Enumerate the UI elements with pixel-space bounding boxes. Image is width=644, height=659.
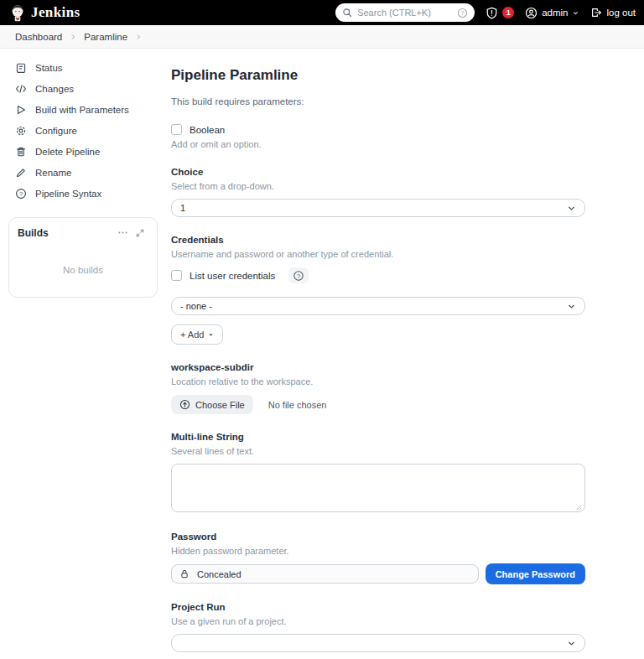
sidebar-item-rename[interactable]: Rename [7, 163, 159, 183]
choose-file-label: Choose File [195, 400, 245, 410]
user-name: admin [542, 8, 568, 18]
top-bar-right: ? 1 admin [335, 3, 636, 22]
main-content: Pipeline Paramline This build requires p… [159, 57, 585, 659]
chevron-down-icon [572, 9, 579, 17]
file-upload-row: Choose File No file chosen [171, 395, 585, 414]
multiline-textarea[interactable] [171, 464, 585, 512]
user-menu[interactable]: admin [525, 7, 579, 19]
sidebar-item-label: Delete Pipeline [35, 147, 100, 157]
param-boolean: Boolean Add or omit an option. [171, 124, 585, 149]
sidebar: Status Changes Build with Parameters [7, 57, 159, 659]
svg-text:?: ? [461, 9, 465, 15]
credentials-label: Credentials [171, 235, 585, 245]
credentials-select[interactable]: - none - [171, 297, 585, 315]
workspace-subdir-description: Location relative to the workspace. [171, 376, 585, 387]
pencil-icon [15, 167, 27, 179]
search-box: ? [335, 3, 475, 22]
add-credentials-button[interactable]: + Add [171, 324, 223, 345]
svg-text:?: ? [297, 272, 300, 279]
param-password: Password Hidden password parameter. Conc… [171, 532, 585, 584]
password-concealed-field[interactable]: Concealed [171, 564, 479, 584]
trash-icon [15, 146, 27, 158]
svg-text:?: ? [19, 190, 23, 198]
breadcrumb-item-paramline[interactable]: Paramline [84, 32, 127, 42]
project-run-description: Use a given run of a project. [171, 616, 585, 626]
param-workspace-subdir: workspace-subdir Location relative to th… [171, 362, 585, 414]
builds-options-icon[interactable] [114, 226, 132, 240]
param-choice: Choice Select from a drop-down. 1 [171, 167, 585, 217]
password-concealed-value: Concealed [197, 569, 242, 579]
choice-label: Choice [171, 167, 585, 177]
list-user-credentials-checkbox[interactable] [171, 270, 182, 281]
credentials-description: Username and password or another type of… [171, 249, 585, 259]
builds-empty-text: No builds [18, 265, 148, 275]
builds-expand-icon[interactable] [132, 226, 148, 240]
boolean-checkbox[interactable] [171, 124, 182, 135]
sidebar-item-configure[interactable]: Configure [7, 121, 159, 141]
add-credentials-label: + Add [180, 330, 204, 340]
question-circle-icon: ? [15, 188, 27, 200]
sidebar-item-label: Pipeline Syntax [35, 189, 101, 199]
boolean-checkbox-row[interactable]: Boolean [171, 124, 585, 135]
sidebar-item-delete-pipeline[interactable]: Delete Pipeline [7, 142, 159, 162]
logout-icon [590, 7, 602, 18]
lock-icon [179, 568, 190, 579]
choose-file-button[interactable]: Choose File [171, 395, 253, 414]
search-icon [342, 8, 352, 18]
param-project-run: Project Run Use a given run of a project… [171, 602, 585, 652]
breadcrumb-item-dashboard[interactable]: Dashboard [15, 32, 62, 42]
search-input[interactable] [357, 8, 452, 18]
play-icon [15, 104, 27, 116]
sidebar-item-build-with-parameters[interactable]: Build with Parameters [7, 100, 159, 120]
sidebar-item-label: Changes [35, 84, 74, 94]
chevron-down-icon [567, 302, 576, 311]
list-user-credentials-row[interactable]: List user credentials ? [171, 267, 585, 283]
parameters-intro-text: This build requires parameters: [171, 96, 585, 106]
security-shield-icon [486, 7, 498, 19]
sidebar-item-label: Status [35, 63, 63, 73]
change-password-button[interactable]: Change Password [486, 563, 585, 584]
workspace-subdir-label: workspace-subdir [171, 362, 585, 372]
page-layout: Status Changes Build with Parameters [0, 49, 644, 659]
upload-icon [179, 399, 190, 410]
project-run-select[interactable] [171, 634, 585, 652]
sidebar-item-status[interactable]: Status [7, 58, 159, 78]
password-description: Hidden password parameter. [171, 546, 585, 556]
list-user-credentials-label: List user credentials [190, 271, 275, 281]
gear-icon [15, 125, 27, 137]
breadcrumb: Dashboard Paramline [0, 25, 644, 49]
resize-handle-icon[interactable] [575, 504, 582, 511]
clipboard-icon [15, 62, 27, 74]
boolean-description: Add or omit an option. [171, 139, 585, 149]
sidebar-item-label: Rename [35, 168, 71, 178]
builds-panel: Builds No builds [8, 217, 158, 298]
breadcrumb-chevron-icon [70, 34, 76, 40]
password-label: Password [171, 532, 585, 542]
code-icon [15, 83, 27, 95]
sidebar-item-pipeline-syntax[interactable]: ? Pipeline Syntax [7, 184, 159, 204]
sidebar-item-label: Configure [35, 126, 77, 136]
chevron-down-icon [567, 639, 576, 648]
project-run-label: Project Run [171, 602, 585, 612]
jenkins-butler-logo-icon [10, 4, 25, 22]
sidebar-item-changes[interactable]: Changes [7, 79, 159, 99]
multiline-label: Multi-line String [171, 432, 585, 442]
choice-select[interactable]: 1 [171, 199, 585, 217]
credentials-help-icon[interactable]: ? [288, 267, 309, 283]
brand-title: Jenkins [31, 4, 80, 21]
param-multiline-string: Multi-line String Several lines of text. [171, 432, 585, 514]
param-credentials: Credentials Username and password or ano… [171, 235, 585, 345]
breadcrumb-chevron-icon [135, 34, 142, 40]
boolean-label: Boolean [190, 125, 225, 135]
sidebar-item-label: Build with Parameters [35, 105, 129, 115]
no-file-chosen-text: No file chosen [268, 400, 327, 410]
credentials-selected-value: - none - [180, 301, 212, 311]
chevron-down-icon [567, 204, 576, 213]
security-alerts-button[interactable]: 1 [486, 7, 514, 19]
search-help-icon[interactable]: ? [457, 8, 468, 18]
jenkins-home-link[interactable]: Jenkins [10, 4, 80, 22]
multiline-description: Several lines of text. [171, 446, 585, 456]
logout-button[interactable]: log out [590, 7, 636, 18]
builds-panel-title: Builds [18, 227, 114, 239]
alert-count-badge: 1 [502, 7, 514, 18]
